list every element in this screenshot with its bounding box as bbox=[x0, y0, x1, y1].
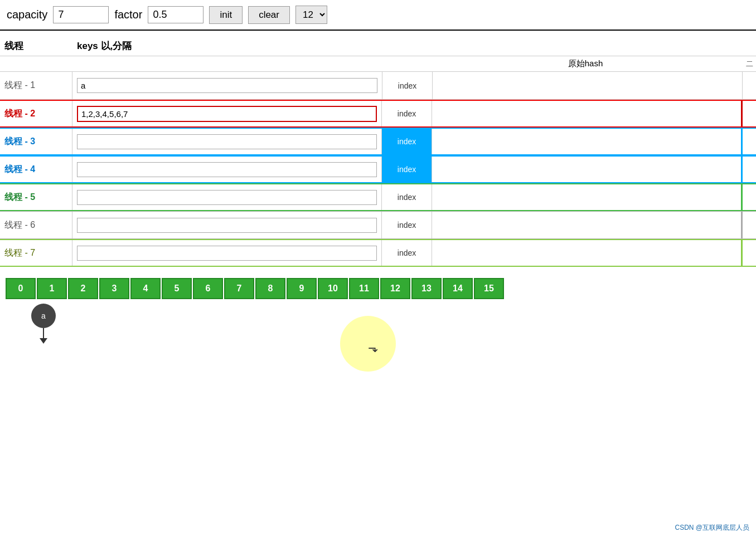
thread-index-cell-5[interactable]: index bbox=[382, 184, 432, 210]
thread-row-7: 线程 - 7index bbox=[0, 239, 756, 267]
thread-keys-cell-1[interactable] bbox=[72, 72, 382, 99]
table-section: 线程 keys 以,分隔 原始hash 二 线程 - 1index线程 - 2i… bbox=[0, 31, 756, 267]
col-thread-header: 线程 bbox=[0, 36, 72, 56]
capacity-input[interactable] bbox=[53, 6, 109, 23]
thread-index-cell-2[interactable]: index bbox=[382, 101, 432, 126]
thread-keys-input-1[interactable] bbox=[77, 78, 377, 93]
thread-row-5: 线程 - 5index bbox=[0, 183, 756, 211]
thread-hash-cell-3 bbox=[432, 129, 743, 154]
thread-index-cell-7[interactable]: index bbox=[382, 240, 432, 266]
thread-hash-cell-5 bbox=[432, 184, 743, 210]
thread-hash-cell-6 bbox=[432, 212, 743, 238]
col-extra-header bbox=[743, 36, 756, 56]
col-hash-header bbox=[433, 36, 743, 56]
thread-rows-container: 线程 - 1index线程 - 2index线程 - 3index线程 - 4i… bbox=[0, 72, 756, 267]
hash-cell-2[interactable]: 2 bbox=[68, 278, 98, 299]
init-button[interactable]: init bbox=[209, 6, 243, 24]
thread-index-cell-6[interactable]: index bbox=[382, 212, 432, 238]
table-header: 线程 keys 以,分隔 bbox=[0, 31, 756, 56]
thread-keys-input-3[interactable] bbox=[77, 134, 377, 149]
thread-keys-input-5[interactable] bbox=[77, 190, 377, 205]
hash-cell-11[interactable]: 11 bbox=[349, 278, 379, 299]
thread-row-6: 线程 - 6index bbox=[0, 211, 756, 239]
sub-spacer-3 bbox=[378, 56, 428, 71]
svg-marker-1 bbox=[40, 338, 47, 344]
thread-index-cell-3[interactable]: index bbox=[382, 129, 432, 154]
sub-spacer-2 bbox=[72, 56, 378, 71]
hash-cell-1[interactable]: 1 bbox=[37, 278, 67, 299]
thread-keys-input-7[interactable] bbox=[77, 246, 377, 261]
sub-extra: 二 bbox=[743, 56, 756, 71]
toolbar: capacity factor init clear 810121416 bbox=[0, 0, 756, 31]
thread-label-5: 线程 - 5 bbox=[0, 184, 72, 210]
thread-extra-cell-6 bbox=[743, 212, 756, 238]
factor-input[interactable] bbox=[148, 6, 203, 23]
thread-label-3: 线程 - 3 bbox=[0, 129, 72, 154]
thread-label-7: 线程 - 7 bbox=[0, 240, 72, 266]
hash-cells-row: 0123456789101112131415 bbox=[6, 278, 750, 299]
thread-row-1: 线程 - 1index bbox=[0, 72, 756, 100]
thread-row-4: 线程 - 4index bbox=[0, 155, 756, 183]
thread-label-2: 线程 - 2 bbox=[0, 101, 72, 126]
pointer-bubble-label: a bbox=[41, 311, 46, 320]
sub-spacer-1 bbox=[0, 56, 72, 71]
col-keys-header: keys 以,分隔 bbox=[72, 36, 382, 56]
thread-hash-cell-4 bbox=[432, 157, 743, 182]
thread-extra-cell-7 bbox=[743, 240, 756, 266]
col-index-header bbox=[382, 36, 433, 56]
factor-label: factor bbox=[114, 8, 142, 21]
hash-cell-3[interactable]: 3 bbox=[99, 278, 129, 299]
thread-keys-cell-3[interactable] bbox=[72, 129, 382, 154]
thread-label-6: 线程 - 6 bbox=[0, 212, 72, 238]
thread-index-cell-4[interactable]: index bbox=[382, 157, 432, 182]
thread-keys-cell-7[interactable] bbox=[72, 240, 382, 266]
thread-keys-input-6[interactable] bbox=[77, 218, 377, 233]
thread-row-3: 线程 - 3index bbox=[0, 128, 756, 155]
thread-row-2: 线程 - 2index bbox=[0, 100, 756, 128]
hash-cell-6[interactable]: 6 bbox=[193, 278, 223, 299]
hash-cell-14[interactable]: 14 bbox=[443, 278, 473, 299]
thread-extra-cell-5 bbox=[743, 184, 756, 210]
thread-index-cell-1[interactable]: index bbox=[382, 72, 433, 99]
thread-keys-cell-2[interactable] bbox=[72, 101, 382, 126]
pointer-area: a ⬎ bbox=[6, 299, 750, 366]
hash-cell-8[interactable]: 8 bbox=[255, 278, 285, 299]
hash-cell-13[interactable]: 13 bbox=[411, 278, 442, 299]
sub-hash-label: 原始hash bbox=[428, 56, 743, 71]
thread-keys-cell-5[interactable] bbox=[72, 184, 382, 210]
thread-hash-cell-7 bbox=[432, 240, 743, 266]
hash-cell-0[interactable]: 0 bbox=[6, 278, 36, 299]
num-select[interactable]: 810121416 bbox=[295, 6, 327, 24]
thread-extra-cell-2 bbox=[743, 101, 756, 126]
hash-cell-4[interactable]: 4 bbox=[130, 278, 161, 299]
hash-cell-12[interactable]: 12 bbox=[380, 278, 410, 299]
clear-button[interactable]: clear bbox=[248, 6, 290, 24]
thread-keys-cell-4[interactable] bbox=[72, 157, 382, 182]
pointer-arrow bbox=[40, 328, 47, 344]
watermark: CSDN @互联网底层人员 bbox=[675, 523, 749, 533]
pointer-bubble: a bbox=[31, 304, 56, 328]
cursor-icon: ⬎ bbox=[368, 341, 378, 355]
thread-keys-input-2[interactable] bbox=[77, 106, 377, 122]
thread-keys-input-4[interactable] bbox=[77, 162, 377, 177]
thread-keys-cell-6[interactable] bbox=[72, 212, 382, 238]
thread-label-1: 线程 - 1 bbox=[0, 72, 72, 99]
hash-cell-9[interactable]: 9 bbox=[287, 278, 317, 299]
hash-cell-7[interactable]: 7 bbox=[224, 278, 254, 299]
capacity-label: capacity bbox=[7, 8, 47, 21]
table-sub-header: 原始hash 二 bbox=[0, 56, 756, 72]
thread-label-4: 线程 - 4 bbox=[0, 157, 72, 182]
thread-extra-cell-4 bbox=[743, 157, 756, 182]
hash-cell-10[interactable]: 10 bbox=[318, 278, 348, 299]
hash-cell-15[interactable]: 15 bbox=[474, 278, 504, 299]
hash-cell-5[interactable]: 5 bbox=[162, 278, 192, 299]
thread-hash-cell-1 bbox=[433, 72, 743, 99]
thread-extra-cell-1 bbox=[743, 72, 756, 99]
thread-hash-cell-2 bbox=[432, 101, 743, 126]
hash-table-section: 0123456789101112131415 bbox=[0, 278, 756, 299]
thread-extra-cell-3 bbox=[743, 129, 756, 154]
